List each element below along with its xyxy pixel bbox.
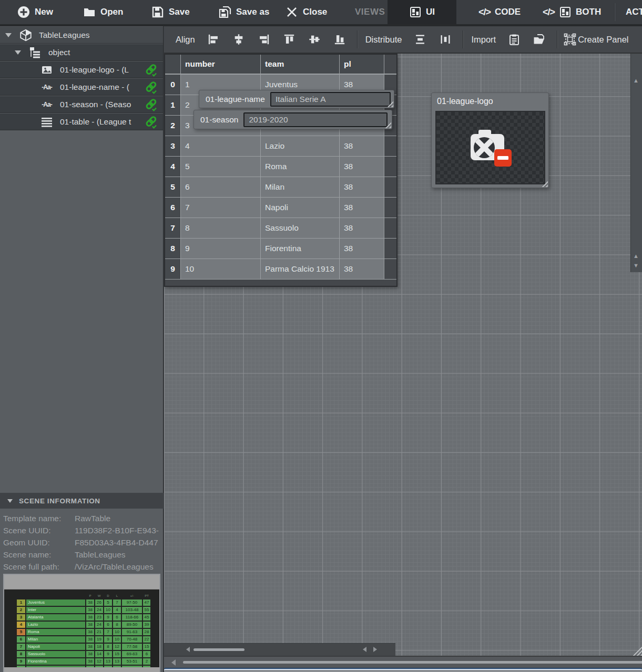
widget-table[interactable]: number team pl 01Juventus3812Inter3823At… <box>164 54 398 287</box>
preview-stat: 12 <box>95 658 103 665</box>
collapse-arrow-icon[interactable] <box>7 499 13 503</box>
distribute-vertical-icon[interactable] <box>413 33 427 46</box>
cell-team[interactable]: Fiorentina <box>261 239 340 259</box>
cell-team[interactable]: Parma Calcio 1913 <box>261 259 340 279</box>
cell-pl[interactable]: 38 <box>340 259 384 279</box>
field-value: 119D38F2-B10F-E943- <box>75 524 164 536</box>
expand-arrow-icon[interactable] <box>15 50 21 55</box>
preview-column-letter: PT <box>143 594 150 598</box>
tab-actions-label: ACT <box>626 7 642 17</box>
scroll-left-icon[interactable] <box>363 647 366 652</box>
tree-root-tableleagues[interactable]: TableLeagues <box>0 26 163 44</box>
table-horizontal-scrollbar[interactable] <box>164 643 395 656</box>
league-name-input[interactable] <box>270 92 391 107</box>
row-index-cell[interactable]: 0 <box>165 75 181 95</box>
cell-pl[interactable]: 38 <box>340 177 384 197</box>
cell-number[interactable]: 8 <box>181 218 261 238</box>
preview-stat: 70-48 <box>122 636 142 643</box>
open-file-icon[interactable] <box>533 33 546 46</box>
tree-item-season[interactable]: -Aa-01-season - (Seaso <box>0 96 163 113</box>
tree-item-league-logo[interactable]: 01-league-logo - (L <box>0 61 163 78</box>
close-button[interactable]: Close <box>286 0 327 24</box>
preview-column-letter: W <box>95 594 103 598</box>
cell-pl[interactable]: 38 <box>340 218 384 238</box>
cell-pl[interactable]: 38 <box>340 136 384 156</box>
preview-row: 4Lazio38246889-5039 <box>17 622 159 628</box>
widget-season[interactable]: 01-season <box>193 110 392 129</box>
preview-stat: 69-63 <box>122 651 142 657</box>
row-index-cell[interactable]: 8 <box>165 239 181 259</box>
scroll-up-icon[interactable]: ▲ <box>633 253 639 259</box>
row-index-cell[interactable]: 4 <box>165 157 181 177</box>
tree-item-league-name[interactable]: -Aa-01-league-name - ( <box>0 78 163 96</box>
row-index-cell[interactable]: 7 <box>165 218 181 238</box>
paste-icon[interactable] <box>507 33 521 46</box>
align-center-horizontal-icon[interactable] <box>232 33 246 46</box>
tree-item-table[interactable]: 01-table - (League t <box>0 113 163 130</box>
cell-pl[interactable]: 38 <box>340 198 384 218</box>
cell-number[interactable]: 9 <box>181 239 261 259</box>
cell-pl[interactable]: 38 <box>340 157 384 177</box>
align-right-icon[interactable] <box>257 33 271 46</box>
canvas-horizontal-scrollbar[interactable] <box>164 656 642 668</box>
resize-handle[interactable] <box>633 646 642 656</box>
open-button[interactable]: Open <box>83 0 123 24</box>
save-as-button[interactable]: Save as <box>219 0 269 24</box>
cell-team[interactable]: Napoli <box>261 198 340 218</box>
cell-number[interactable]: 5 <box>181 157 261 177</box>
season-input[interactable] <box>243 112 388 127</box>
widget-league-name[interactable]: 01-league-name <box>199 90 394 108</box>
align-bottom-icon[interactable] <box>333 33 347 46</box>
link-icon[interactable] <box>144 81 158 95</box>
preview-row: 5Roma382171091-6328 <box>17 629 159 635</box>
link-icon[interactable] <box>144 116 158 129</box>
new-button[interactable]: New <box>17 0 53 24</box>
cell-number[interactable]: 10 <box>181 259 261 279</box>
cell-team[interactable]: Sassuolo <box>261 218 340 238</box>
ui-designer-canvas[interactable]: 01-league-name 01-season 01-league-logo <box>164 54 642 656</box>
scrollbar-thumb[interactable] <box>183 661 642 664</box>
row-index-cell[interactable]: 6 <box>165 198 181 218</box>
scene-information-header[interactable]: SCENE INFORMATION <box>0 493 164 509</box>
table-vertical-scrollbar[interactable]: ▲ ▲ ▼ <box>630 54 642 272</box>
align-left-icon[interactable] <box>207 33 220 46</box>
column-header-number[interactable]: number <box>181 55 261 74</box>
align-top-icon[interactable] <box>282 33 296 46</box>
preview-stat: 9 <box>104 636 112 643</box>
cell-number[interactable]: 7 <box>181 198 261 218</box>
tree-group-object[interactable]: object <box>0 44 163 61</box>
code-icon: </> <box>543 7 555 18</box>
league-logo-dropzone[interactable] <box>435 111 545 184</box>
row-index-cell[interactable]: 5 <box>165 177 181 197</box>
tab-code[interactable]: </> CODE <box>471 0 528 24</box>
tab-actions[interactable]: ACT <box>618 0 642 24</box>
widget-league-logo[interactable]: 01-league-logo <box>431 92 549 188</box>
distribute-horizontal-icon[interactable] <box>439 33 452 46</box>
scrollbar-thumb[interactable] <box>193 648 244 651</box>
save-button[interactable]: Save <box>151 0 190 24</box>
cell-team[interactable]: Milan <box>261 177 340 197</box>
align-middle-vertical-icon[interactable] <box>308 33 321 46</box>
column-header-pl[interactable]: pl <box>340 55 384 74</box>
row-index-cell[interactable]: 3 <box>165 136 181 156</box>
scroll-up-icon[interactable]: ▲ <box>633 78 639 84</box>
tab-both[interactable]: </> BOTH <box>535 0 608 24</box>
scroll-left-icon[interactable] <box>186 647 190 652</box>
cell-team[interactable]: Lazio <box>261 136 340 156</box>
scroll-left-icon[interactable] <box>171 659 176 666</box>
tab-ui[interactable]: UI <box>388 0 456 24</box>
cell-pl[interactable]: 38 <box>340 239 384 259</box>
expand-arrow-icon[interactable] <box>5 33 12 37</box>
cell-number[interactable]: 4 <box>181 136 261 156</box>
row-index-cell[interactable]: 1 <box>165 95 181 115</box>
link-icon[interactable] <box>144 98 158 112</box>
row-index-cell[interactable]: 9 <box>165 259 181 279</box>
cell-number[interactable]: 6 <box>181 177 261 197</box>
create-panel-icon[interactable] <box>563 33 577 46</box>
column-header-team[interactable]: team <box>261 55 340 74</box>
row-index-cell[interactable]: 2 <box>165 116 181 136</box>
scroll-right-icon[interactable] <box>373 647 377 652</box>
scroll-down-icon[interactable]: ▼ <box>633 263 639 268</box>
cell-team[interactable]: Roma <box>261 157 340 177</box>
link-icon[interactable] <box>144 64 158 77</box>
